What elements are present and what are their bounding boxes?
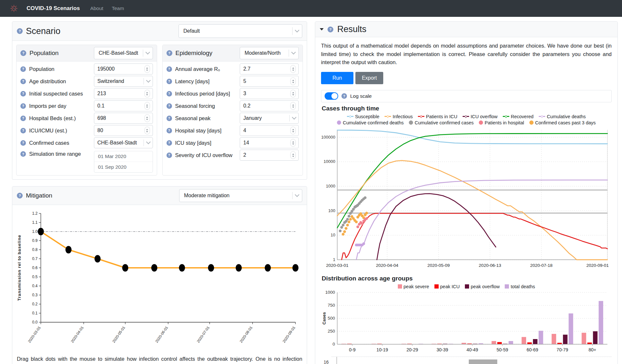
legend-item-infectious[interactable]: Infectious (385, 114, 413, 119)
number-spinner[interactable] (290, 90, 296, 97)
bar-peak-overflow-70-79[interactable] (563, 335, 568, 344)
help-icon[interactable]: ? (20, 140, 26, 146)
legend-item-peak-overflow[interactable]: peak overflow (465, 284, 500, 289)
series-line-icu-overflow[interactable] (377, 193, 496, 259)
input-icu-icmu-est[interactable]: 80 (94, 125, 153, 136)
series-line-susceptible[interactable] (337, 130, 607, 143)
select-seasonal-peak[interactable]: January (240, 113, 299, 124)
date-start[interactable]: 01 Mar 2020 (94, 151, 153, 162)
legend-item-icu-overflow[interactable]: ICU overflow (463, 114, 498, 119)
help-icon[interactable]: ? (20, 66, 26, 72)
help-icon[interactable]: ? (167, 140, 172, 146)
cases-through-time-chart[interactable]: 1101001000100001000002020-03-012020-04-0… (321, 126, 609, 271)
legend-item-total-deaths[interactable]: total deaths (505, 284, 535, 289)
legend-item-patients-in-icu[interactable]: Patients in ICU (418, 114, 457, 119)
spin-up-icon[interactable] (292, 141, 294, 142)
select-confirmed-cases[interactable]: CHE-Basel-Stadt (94, 137, 153, 148)
export-button[interactable]: Export (355, 72, 383, 84)
mitigation-drag-dot[interactable] (236, 264, 242, 272)
input-hospital-stay-days[interactable]: 4 (240, 125, 299, 136)
help-icon[interactable]: ? (167, 50, 172, 56)
spin-up-icon[interactable] (292, 80, 294, 81)
mitigation-drag-dot[interactable] (38, 228, 44, 235)
scenario-preset-select[interactable]: Default (179, 24, 302, 38)
spin-down-icon[interactable] (292, 107, 294, 108)
help-icon[interactable]: ? (167, 128, 172, 133)
spin-down-icon[interactable] (146, 70, 148, 71)
legend-item-cumulative-deaths[interactable]: Cumulative deaths (539, 114, 586, 119)
input-infectious-period-days[interactable]: 3 (240, 88, 299, 99)
spin-up-icon[interactable] (292, 154, 294, 155)
log-scale-toggle[interactable] (325, 92, 338, 100)
number-spinner[interactable] (144, 65, 150, 73)
input-population[interactable]: 195000 (94, 63, 153, 74)
mitigation-drag-dot[interactable] (122, 264, 128, 272)
help-icon[interactable]: ? (20, 151, 26, 157)
input-seasonal-forcing[interactable]: 0.2 (240, 100, 299, 111)
help-icon[interactable]: ? (167, 91, 172, 97)
help-icon[interactable]: ? (20, 91, 26, 97)
number-spinner[interactable] (290, 139, 296, 147)
help-icon[interactable]: ? (167, 103, 172, 109)
age-distribution-chart[interactable]: 02505007501000Cases0-910-1920-2930-3940-… (321, 290, 609, 355)
help-icon[interactable]: ? (20, 79, 26, 84)
input-annual-average-r[interactable]: 2.7 (240, 63, 299, 74)
mitigation-chart[interactable]: 0.00.10.20.30.40.50.60.70.80.91.01.11.22… (14, 206, 305, 353)
input-icu-stay-days[interactable]: 14 (240, 137, 299, 148)
mitigation-drag-dot[interactable] (95, 255, 101, 263)
spin-down-icon[interactable] (146, 131, 148, 132)
legend-item-cumulative-confirmed-cases[interactable]: Cumulative confirmed cases (409, 120, 474, 125)
mitigation-drag-dot[interactable] (293, 264, 299, 272)
bar-peak-overflow-60-69[interactable] (533, 339, 537, 344)
spin-down-icon[interactable] (292, 143, 294, 145)
number-spinner[interactable] (290, 65, 296, 73)
input-initial-suspected-cases[interactable]: 213 (94, 88, 153, 99)
nav-link-team[interactable]: Team (112, 6, 124, 11)
help-icon[interactable]: ? (328, 27, 333, 32)
bar-total-deaths-70-79[interactable] (569, 313, 573, 344)
spin-down-icon[interactable] (292, 70, 294, 71)
bar-total-deaths-80[interactable] (599, 301, 603, 344)
number-spinner[interactable] (290, 127, 296, 134)
select-age-distribution[interactable]: Switzerland (94, 76, 153, 87)
spin-down-icon[interactable] (292, 156, 294, 157)
number-spinner[interactable] (290, 102, 296, 110)
legend-item-confirmed-cases-past-3-days[interactable]: Confirmed cases past 3 days (529, 120, 596, 125)
input-imports-per-day[interactable]: 0.1 (94, 100, 153, 111)
number-spinner[interactable] (290, 77, 296, 85)
date-end[interactable]: 01 Sep 2020 (94, 162, 153, 172)
number-spinner[interactable] (144, 114, 150, 122)
bar-peak-severe-70-79[interactable] (552, 334, 556, 344)
input-latency-days[interactable]: 5 (240, 76, 299, 87)
spin-down-icon[interactable] (292, 131, 294, 132)
number-spinner[interactable] (144, 102, 150, 110)
help-icon[interactable]: ? (167, 66, 172, 72)
mitigation-drag-dot[interactable] (265, 264, 271, 272)
epidemiology-preset-select[interactable]: Moderate/North (240, 47, 299, 59)
help-icon[interactable]: ? (20, 50, 26, 56)
spin-down-icon[interactable] (146, 94, 148, 96)
input-hospital-beds-est[interactable]: 698 (94, 113, 153, 124)
population-preset-select[interactable]: CHE-Basel-Stadt (94, 47, 153, 59)
series-line-infectious[interactable] (337, 160, 607, 259)
spin-up-icon[interactable] (292, 92, 294, 93)
help-icon[interactable]: ? (167, 153, 172, 158)
date-range-simulation-time-range[interactable]: 01 Mar 202001 Sep 2020 (94, 151, 153, 173)
input-severity-of-icu-overflow[interactable]: 2 (240, 150, 299, 161)
spin-up-icon[interactable] (146, 117, 148, 118)
bar-total-deaths-60-69[interactable] (539, 331, 543, 344)
mitigation-drag-dot[interactable] (65, 246, 72, 254)
legend-item-cumulative-confirmed-deaths[interactable]: Cumulative confirmed deaths (337, 120, 404, 125)
bar-peak-severe-80[interactable] (582, 333, 586, 344)
help-icon[interactable]: ? (341, 93, 347, 99)
number-spinner[interactable] (144, 90, 150, 97)
legend-item-recovered[interactable]: Recovered (503, 114, 534, 119)
legend-item-susceptible[interactable]: Susceptible (347, 114, 379, 119)
bar-peak-severe-60-69[interactable] (522, 337, 526, 344)
mitigation-drag-dot[interactable] (151, 264, 157, 272)
help-icon[interactable]: ? (20, 103, 26, 109)
spin-down-icon[interactable] (292, 82, 294, 83)
number-spinner[interactable] (290, 151, 296, 159)
spin-up-icon[interactable] (292, 104, 294, 106)
help-icon[interactable]: ? (167, 116, 172, 121)
